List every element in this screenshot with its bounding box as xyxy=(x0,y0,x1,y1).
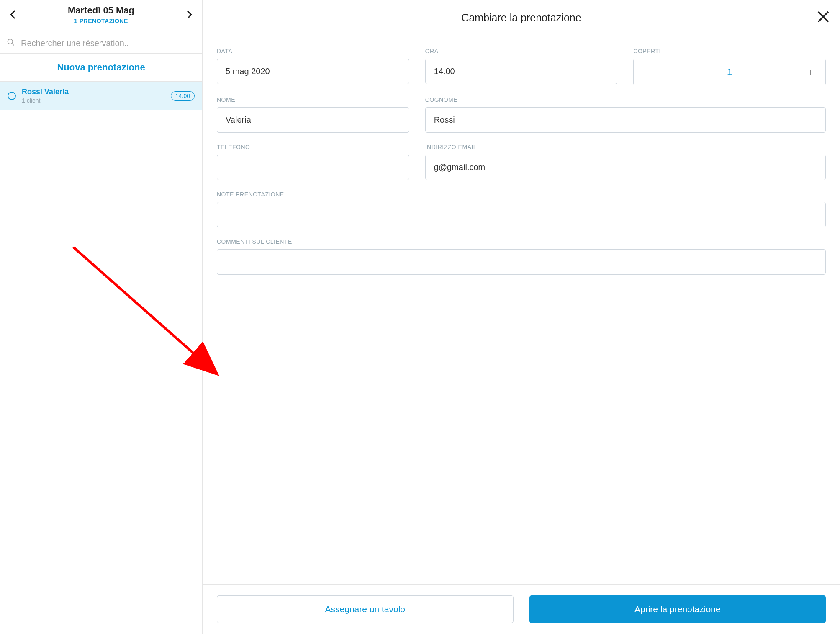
new-reservation-button[interactable]: Nuova prenotazione xyxy=(0,53,202,81)
page-title: Cambiare la prenotazione xyxy=(461,12,581,24)
time-field[interactable] xyxy=(425,59,618,84)
sidebar-header: Martedì 05 Mag 1 PRENOTAZIONE xyxy=(0,0,202,33)
reservation-sub: 1 clienti xyxy=(22,97,165,104)
search-input[interactable] xyxy=(21,39,195,48)
next-day-button[interactable] xyxy=(184,9,195,21)
svg-point-0 xyxy=(8,39,13,44)
footer-actions: Assegnare un tavolo Aprire la prenotazio… xyxy=(203,584,840,634)
date-label: DATA xyxy=(217,48,409,54)
reservation-form: DATA ORA COPERTI 1 NOME COGNOME xyxy=(203,36,840,584)
close-button[interactable] xyxy=(816,9,831,24)
reservation-time-badge: 14:00 xyxy=(171,91,195,101)
main-panel: Cambiare la prenotazione DATA ORA COPERT… xyxy=(203,0,840,634)
email-label: INDIRIZZO EMAIL xyxy=(425,144,826,150)
assign-table-button[interactable]: Assegnare un tavolo xyxy=(217,595,514,623)
comments-label: COMMENTI SUL CLIENTE xyxy=(217,238,826,245)
phone-field[interactable] xyxy=(217,155,409,180)
phone-label: TELEFONO xyxy=(217,144,409,150)
email-field[interactable] xyxy=(425,155,826,180)
time-label: ORA xyxy=(425,48,618,54)
date-field[interactable] xyxy=(217,59,409,84)
notes-field[interactable] xyxy=(217,202,826,227)
covers-minus-button[interactable] xyxy=(633,59,664,85)
search-row xyxy=(0,33,202,53)
comments-field[interactable] xyxy=(217,249,826,275)
reservation-item[interactable]: Rossi Valeria 1 clienti 14:00 xyxy=(0,81,202,110)
svg-line-1 xyxy=(12,44,14,46)
search-icon xyxy=(7,38,15,48)
firstname-label: NOME xyxy=(217,96,409,103)
sidebar: Martedì 05 Mag 1 PRENOTAZIONE Nuova pren… xyxy=(0,0,203,634)
open-reservation-button[interactable]: Aprire la prenotazione xyxy=(529,595,826,623)
prev-day-button[interactable] xyxy=(7,9,18,21)
notes-label: NOTE PRENOTAZIONE xyxy=(217,191,826,198)
date-title: Martedì 05 Mag xyxy=(27,5,175,16)
covers-label: COPERTI xyxy=(633,48,826,54)
lastname-label: COGNOME xyxy=(425,96,826,103)
covers-plus-button[interactable] xyxy=(795,59,826,85)
status-circle-icon xyxy=(8,92,16,100)
main-header: Cambiare la prenotazione xyxy=(203,0,840,36)
reservation-name: Rossi Valeria xyxy=(22,88,165,96)
reservation-count: 1 PRENOTAZIONE xyxy=(27,18,175,24)
firstname-field[interactable] xyxy=(217,107,409,133)
lastname-field[interactable] xyxy=(425,107,826,133)
covers-value: 1 xyxy=(664,59,795,85)
